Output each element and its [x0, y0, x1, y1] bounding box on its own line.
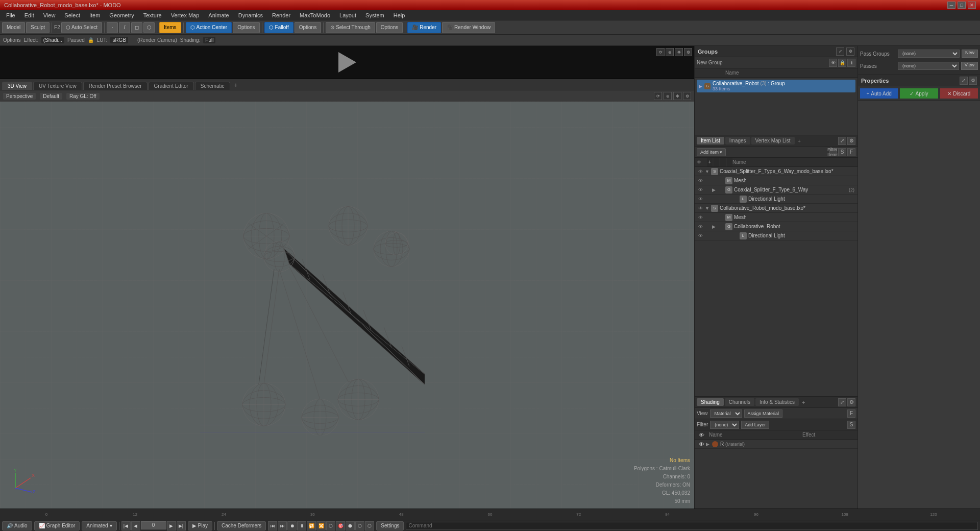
tab-3d-view[interactable]: 3D View [2, 82, 32, 90]
select-through-options-button[interactable]: Options [376, 22, 403, 33]
pass-groups-dropdown[interactable]: (none) [898, 50, 960, 58]
item-row-mesh2[interactable]: 👁 M Mesh [695, 213, 857, 222]
shading-s-button[interactable]: S [847, 421, 855, 429]
anim-orbit-button[interactable]: ⟳ [656, 48, 665, 56]
col-header-plus[interactable]: + [707, 158, 713, 166]
tab-channels[interactable]: Channels [725, 398, 754, 406]
shading-vis-r[interactable]: 👁 [697, 441, 706, 447]
falloff-button[interactable]: ⬡ Falloff [264, 22, 293, 33]
groups-expand-icon[interactable]: ⤢ [836, 47, 844, 56]
vp-settings-icon[interactable]: ⚙ [683, 92, 691, 100]
tab-shading[interactable]: Shading [697, 398, 724, 406]
transport-btn-11[interactable]: ⬡ [365, 521, 374, 530]
vis-icon-scene2[interactable]: 👁 [696, 204, 705, 213]
expand-icon-group2[interactable]: ▶ [712, 224, 718, 229]
skip-start-button[interactable]: |◀ [121, 521, 131, 530]
groups-info-icon[interactable]: ℹ [847, 59, 855, 67]
assign-material-button[interactable]: Assign Material [744, 409, 783, 418]
properties-settings-icon[interactable]: ⚙ [969, 77, 977, 85]
shading-expand-r[interactable]: ▶ [706, 442, 712, 447]
transport-btn-3[interactable]: ⏺ [287, 521, 297, 530]
transport-btn-2[interactable]: ⏭ [278, 521, 287, 530]
shading-settings-icon[interactable]: ⚙ [847, 398, 855, 406]
vis-icon-group1[interactable]: 👁 [696, 185, 705, 195]
menu-layout[interactable]: Layout [335, 11, 360, 19]
transport-btn-4[interactable]: ⏸ [297, 521, 306, 530]
vertex-mode-button[interactable]: · [107, 22, 118, 33]
vis-icon-mesh1[interactable]: 👁 [696, 176, 705, 185]
item-row-group1[interactable]: 👁 ▶ G Coaxial_Splitter_F_Type_6_Way (2) [695, 185, 857, 195]
tab-schematic[interactable]: Schematic [195, 82, 230, 90]
menu-animate[interactable]: Animate [204, 11, 233, 19]
3d-canvas[interactable]: X Y Z No Items Polygons : Catmull-Clark … [0, 102, 694, 509]
tab-gradient-editor[interactable]: Gradient Editor [149, 82, 194, 90]
menu-select[interactable]: Select [60, 11, 84, 19]
item-mode-button[interactable]: ⬡ [143, 22, 155, 33]
menu-help[interactable]: Help [389, 11, 409, 19]
falloff-options-button[interactable]: Options [295, 22, 321, 33]
item-row-light1[interactable]: 👁 L Directional Light [695, 195, 857, 204]
anim-settings-button[interactable]: ⚙ [684, 48, 692, 56]
shading-expand-icon[interactable]: ⤢ [838, 398, 846, 406]
filter-f-button[interactable]: F [847, 148, 855, 156]
item-row-mesh1[interactable]: 👁 M Mesh [695, 176, 857, 185]
auto-add-button[interactable]: + Auto Add [860, 88, 898, 99]
menu-texture[interactable]: Texture [139, 11, 166, 19]
play-button-status[interactable]: ▶ [167, 521, 176, 530]
viewport-3d[interactable]: Perspective Default Ray GL: Off ⟳ ⊕ ✥ ⚙ [0, 90, 694, 509]
expand-icon-group1[interactable]: ▶ [712, 187, 718, 192]
minimize-button[interactable]: ─ [947, 2, 955, 9]
anim-zoom-button[interactable]: ⊕ [666, 48, 674, 56]
tab-images[interactable]: Images [725, 137, 750, 144]
item-list-content[interactable]: 👁 ▼ S Coaxial_Splitter_F_Type_6_Way_modo… [695, 167, 857, 396]
transport-btn-9[interactable]: ⬢ [346, 521, 355, 530]
vp-pan-icon[interactable]: ✥ [673, 92, 681, 100]
properties-expand-icon[interactable]: ⤢ [960, 77, 968, 85]
model-mode-button[interactable]: Model [2, 22, 25, 33]
play-button[interactable] [337, 52, 357, 73]
vis-icon-light1[interactable]: 👁 [696, 195, 705, 204]
groups-settings-icon[interactable]: ⚙ [846, 47, 854, 56]
next-frame-button[interactable]: ▶| [177, 521, 186, 530]
menu-geometry[interactable]: Geometry [105, 11, 138, 19]
render-button[interactable]: 🎥 Render [407, 22, 441, 33]
add-layer-button[interactable]: Add Layer [741, 421, 769, 429]
apply-button[interactable]: ✓ Apply [900, 88, 938, 99]
menu-render[interactable]: Render [268, 11, 295, 19]
command-input[interactable] [406, 522, 978, 530]
groups-lock-icon[interactable]: 🔒 [838, 59, 846, 67]
tab-info-statistics[interactable]: Info & Statistics [755, 398, 799, 406]
prev-frame-button[interactable]: ◀ [131, 521, 140, 530]
expand-icon-scene1[interactable]: ▼ [705, 169, 711, 174]
shading-content[interactable]: 👁 ▶ R (Material) [695, 440, 857, 509]
group-item-robot[interactable]: ▶ G Collaborative_Robot (3) : Group 33 I… [697, 80, 855, 92]
tab-item-list[interactable]: Item List [697, 137, 724, 144]
discard-button[interactable]: ✕ Discard [940, 88, 978, 99]
groups-vis-icon[interactable]: 👁 [829, 59, 837, 67]
menu-vertex-map[interactable]: Vertex Map [167, 11, 204, 19]
play-btn-status[interactable]: ▶ Play [188, 521, 212, 530]
vis-icon-mesh2[interactable]: 👁 [696, 213, 705, 222]
action-center-button[interactable]: ⬡ Action Center [186, 22, 232, 33]
sculpt-mode-button[interactable]: Sculpt [26, 22, 50, 33]
filter-dropdown-sh[interactable]: (none) [710, 421, 739, 429]
vis-icon-scene1[interactable]: 👁 [696, 167, 705, 176]
shading-row-r[interactable]: 👁 ▶ R (Material) [695, 440, 857, 449]
vis-icon-group2[interactable]: 👁 [696, 222, 705, 231]
item-expand-icon[interactable]: ⤢ [838, 137, 846, 145]
vp-zoom-icon[interactable]: ⊕ [664, 92, 672, 100]
transport-btn-8[interactable]: 🎯 [336, 521, 345, 530]
filter-s-button[interactable]: S [838, 148, 846, 156]
tab-add-button[interactable]: + [231, 81, 241, 90]
item-row-scene2[interactable]: 👁 ▼ S Collaborative_Robot_modo_base.lxo* [695, 204, 857, 213]
menu-file[interactable]: File [2, 11, 19, 19]
cache-deformers-button[interactable]: Cache Deformers [217, 521, 266, 530]
menu-maxtomode[interactable]: MaxToModo [296, 11, 334, 19]
transport-btn-7[interactable]: ⬡ [326, 521, 335, 530]
passes-dropdown[interactable]: (none) [898, 62, 959, 70]
transport-btn-6[interactable]: 🔀 [316, 521, 326, 530]
new-pass-group-button[interactable]: New [962, 50, 978, 58]
polygon-mode-button[interactable]: ◻ [131, 22, 142, 33]
view-dropdown[interactable]: Material [710, 409, 742, 418]
item-row-light2[interactable]: 👁 L Directional Light [695, 231, 857, 240]
